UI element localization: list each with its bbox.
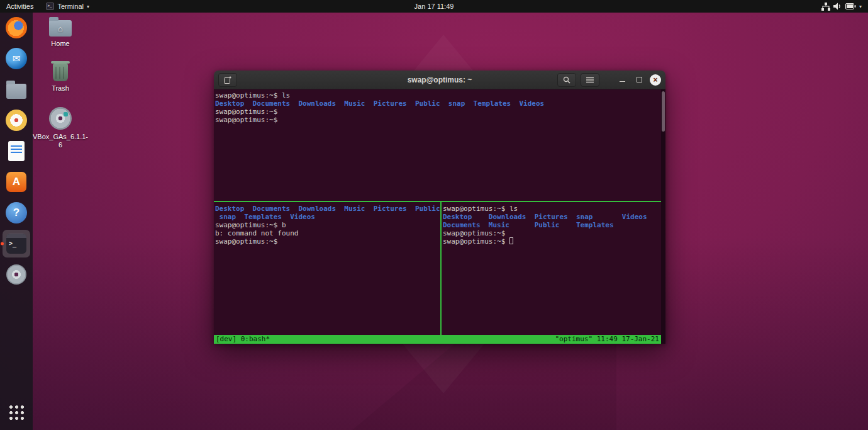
- dock-item-show-applications[interactable]: [3, 399, 30, 426]
- terminal-line: b: command not found: [214, 229, 440, 237]
- disc-icon: [6, 264, 26, 285]
- dock-item-ubuntu-software[interactable]: A: [3, 168, 30, 196]
- clock[interactable]: Jan 17 11:49: [408, 0, 460, 13]
- tmux-status-right: "optimus" 11:49 17-Jan-21: [555, 335, 659, 344]
- terminal-app-icon: [46, 3, 54, 10]
- terminal-window: swap@optimus: ~ × swap@optimus:~$ lsDesk…: [214, 71, 665, 344]
- dock-item-thunderbird[interactable]: ✉: [3, 45, 30, 72]
- show-applications-icon: [8, 404, 25, 421]
- new-tab-button[interactable]: [218, 73, 237, 87]
- chevron-down-icon: ▾: [87, 4, 89, 9]
- terminal-lines: Desktop Documents Downloads Music Pictur…: [214, 205, 440, 246]
- help-icon: ?: [6, 202, 27, 223]
- close-icon: ×: [653, 75, 657, 85]
- battery-icon: [845, 3, 856, 9]
- terminal-line: swap@optimus:~$: [214, 237, 440, 246]
- desktop-icon-home[interactable]: ⌂ Home: [36, 16, 84, 47]
- home-label: Home: [51, 40, 69, 47]
- terminal-line: swap@optimus:~$ b: [214, 221, 440, 229]
- app-menu[interactable]: Terminal ▾: [40, 0, 96, 13]
- clock-label: Jan 17 11:49: [415, 3, 454, 10]
- vbox-label-line1: VBox_GAs_6.1.1-: [33, 133, 88, 140]
- prompt-text: swap@optimus:~$: [443, 237, 509, 246]
- search-icon: [563, 76, 570, 84]
- desktop-icon-vbox-disc[interactable]: VBox_GAs_6.1.1- 6: [36, 107, 84, 149]
- files-folder-icon: [6, 84, 26, 99]
- terminal-line: swap@optimus:~$: [214, 116, 661, 124]
- tmux-status-left: [dev] 0:bash*: [216, 335, 270, 344]
- rhythmbox-icon: [6, 110, 27, 131]
- search-button[interactable]: [557, 73, 576, 87]
- terminal-line: Desktop Downloads Pictures snap Videos: [442, 213, 661, 221]
- home-folder-icon: ⌂: [49, 20, 72, 37]
- vbox-disc-icon: [49, 107, 72, 130]
- terminal-icon: [6, 234, 26, 254]
- terminal-content: swap@optimus:~$ lsDesktop Documents Down…: [214, 89, 665, 344]
- network-icon: [821, 3, 830, 11]
- chevron-down-icon: ▾: [859, 4, 862, 9]
- terminal-pane-bottom-right[interactable]: swap@optimus:~$ lsDesktop Downloads Pict…: [442, 202, 661, 335]
- volume-icon: [833, 3, 842, 10]
- maximize-button[interactable]: [633, 73, 645, 87]
- terminal-cursor: [509, 237, 513, 244]
- scrollbar[interactable]: [661, 89, 665, 344]
- maximize-icon: [637, 77, 642, 82]
- terminal-line: swap@optimus:~$: [214, 108, 661, 116]
- new-tab-icon: [224, 76, 232, 84]
- terminal-lines: swap@optimus:~$ lsDesktop Documents Down…: [214, 91, 661, 124]
- system-status-menu[interactable]: ▾: [815, 0, 868, 13]
- scrollbar-thumb[interactable]: [662, 91, 665, 132]
- minimize-icon: [620, 81, 625, 82]
- dock-item-disc-media[interactable]: [3, 261, 30, 288]
- dock-item-rhythmbox[interactable]: [3, 106, 30, 134]
- dock-item-firefox[interactable]: [3, 14, 30, 42]
- terminal-line: swap@optimus:~$ ls: [442, 205, 661, 213]
- trash-icon: [53, 64, 68, 81]
- dock-item-files[interactable]: [3, 76, 30, 103]
- close-button[interactable]: ×: [650, 74, 661, 86]
- dock-item-terminal[interactable]: [3, 230, 30, 257]
- vbox-label-line2: 6: [58, 141, 62, 149]
- terminal-prompt-line: swap@optimus:~$: [442, 237, 661, 246]
- app-menu-label: Terminal: [57, 3, 84, 10]
- terminal-line: Desktop Documents Downloads Music Pictur…: [214, 99, 661, 108]
- minimize-button[interactable]: [616, 73, 628, 87]
- libreoffice-writer-icon: [8, 141, 25, 161]
- window-title: swap@optimus: ~: [408, 76, 472, 84]
- terminal-lines: swap@optimus:~$ lsDesktop Downloads Pict…: [442, 205, 661, 237]
- trash-label: Trash: [52, 84, 69, 92]
- activities-button[interactable]: Activities: [0, 0, 40, 13]
- dock-item-libreoffice-writer[interactable]: [3, 137, 30, 165]
- thunderbird-icon: ✉: [6, 48, 27, 69]
- dock: ✉ A ?: [0, 13, 33, 430]
- terminal-line: Desktop Documents Downloads Music Pictur…: [214, 205, 440, 213]
- terminal-line: snap Templates Videos: [214, 213, 440, 221]
- dock-item-help[interactable]: ?: [3, 199, 30, 227]
- window-titlebar[interactable]: swap@optimus: ~ ×: [214, 71, 665, 89]
- terminal-line: swap@optimus:~$ ls: [214, 91, 661, 99]
- tmux-status-bar: [dev] 0:bash* "optimus" 11:49 17-Jan-21: [214, 335, 661, 344]
- desktop-icon-trash[interactable]: Trash: [36, 62, 84, 92]
- ubuntu-software-icon: A: [6, 172, 26, 192]
- firefox-icon: [6, 17, 27, 38]
- terminal-line: swap@optimus:~$: [442, 229, 661, 237]
- hamburger-icon: [586, 77, 594, 83]
- terminal-pane-top[interactable]: swap@optimus:~$ lsDesktop Documents Down…: [214, 89, 661, 201]
- menu-button[interactable]: [581, 73, 599, 87]
- terminal-pane-bottom-left[interactable]: Desktop Documents Downloads Music Pictur…: [214, 202, 440, 335]
- terminal-line: Documents Music Public Templates: [442, 221, 661, 229]
- top-bar: Activities Terminal ▾ Jan 17 11:49: [0, 0, 868, 13]
- activities-label: Activities: [6, 3, 33, 10]
